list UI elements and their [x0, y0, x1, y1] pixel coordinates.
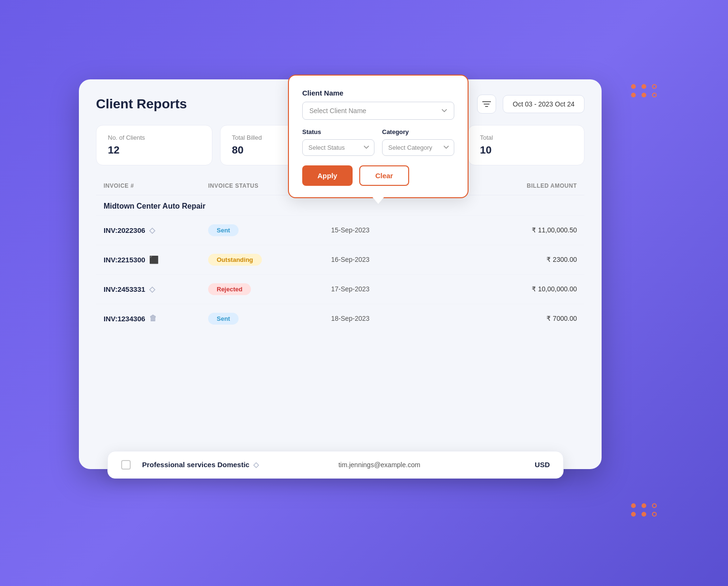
dot-5: [642, 93, 646, 97]
category-label: Category: [382, 128, 454, 135]
col-invoice: INVOICE #: [104, 183, 208, 189]
stat-clients: No. of Clients 12: [96, 125, 212, 165]
diamond-icon-2: ◇: [149, 285, 155, 294]
date-cell: 16-Sep-2023: [331, 256, 454, 263]
dot-3: [652, 84, 657, 89]
box-icon: ⬛: [149, 255, 159, 264]
status-badge-sent-2: Sent: [208, 313, 239, 325]
status-badge-rejected: Rejected: [208, 283, 251, 295]
client-name-select[interactable]: Select Client Name: [302, 102, 454, 120]
invoice-number: INV:2022306 ◇: [104, 226, 208, 235]
stat-total-value: 10: [480, 144, 573, 156]
date-cell: 18-Sep-2023: [331, 315, 454, 322]
dot-1: [631, 84, 636, 89]
table-row: INV:2215300 ⬛ Outstanding 16-Sep-2023 ₹ …: [96, 245, 584, 274]
status-select[interactable]: Select Status: [302, 139, 374, 156]
bottom-checkbox[interactable]: [121, 460, 131, 470]
popup-actions: Apply Clear: [302, 165, 454, 186]
stat-clients-label: No. of Clients: [108, 134, 201, 141]
service-diamond-icon: ◇: [253, 461, 259, 469]
table-row: INV:2022306 ◇ Sent 15-Sep-2023 ₹ 11,00,0…: [96, 215, 584, 245]
status-cell: Sent: [208, 224, 331, 236]
amount-cell: ₹ 11,00,000.50: [454, 226, 577, 234]
invoice-number: INV:2453331 ◇: [104, 285, 208, 294]
table-row: INV:1234306 🗑 Sent 18-Sep-2023 ₹ 7000.00: [96, 304, 584, 333]
bottom-currency: USD: [535, 461, 550, 469]
dot-b2: [642, 503, 646, 508]
dot-b1: [631, 503, 636, 508]
category-select[interactable]: Select Category: [382, 139, 454, 156]
status-category-row: Status Select Status Category Select Cat…: [302, 128, 454, 156]
status-badge-sent: Sent: [208, 224, 239, 236]
filter-icon: [482, 101, 491, 107]
filter-icon-button[interactable]: [477, 95, 496, 114]
col-amount: BILLED AMOUNT: [454, 183, 577, 189]
clear-button[interactable]: Clear: [359, 165, 410, 186]
date-range-badge[interactable]: Oct 03 - 2023 Oct 24: [503, 95, 584, 113]
stat-total: Total 10: [468, 125, 584, 165]
status-cell: Sent: [208, 313, 331, 325]
amount-cell: ₹ 7000.00: [454, 315, 577, 322]
date-cell: 15-Sep-2023: [331, 226, 454, 234]
status-cell: Outstanding: [208, 254, 331, 266]
trash-icon: 🗑: [149, 314, 157, 323]
apply-button[interactable]: Apply: [302, 165, 353, 186]
dot-2: [642, 84, 646, 89]
page-title: Client Reports: [96, 96, 187, 112]
dot-b4: [631, 512, 636, 517]
invoice-number: INV:1234306 🗑: [104, 314, 208, 323]
bottom-service: Professional services Domestic ◇: [142, 461, 327, 469]
amount-cell: ₹ 2300.00: [454, 256, 577, 263]
dot-b6: [652, 512, 657, 517]
diamond-icon: ◇: [149, 226, 155, 235]
stat-total-label: Total: [480, 134, 573, 141]
dot-6: [652, 93, 657, 97]
status-cell: Rejected: [208, 283, 331, 295]
stat-clients-value: 12: [108, 144, 201, 156]
date-cell: 17-Sep-2023: [331, 285, 454, 293]
status-col: Status Select Status: [302, 128, 374, 156]
decorative-dots-top: [631, 84, 659, 97]
invoice-number: INV:2215300 ⬛: [104, 255, 208, 264]
status-badge-outstanding: Outstanding: [208, 254, 262, 266]
bottom-email: tim.jennings@example.com: [338, 461, 523, 469]
table-row: INV:2453331 ◇ Rejected 17-Sep-2023 ₹ 10,…: [96, 274, 584, 304]
decorative-dots-bottom: [631, 503, 659, 517]
category-col: Category Select Category: [382, 128, 454, 156]
filter-popup: Client Name Select Client Name Status Se…: [288, 75, 469, 198]
dot-b5: [642, 512, 646, 517]
dot-b3: [652, 503, 657, 508]
client-name-label: Client Name: [302, 89, 454, 97]
header-right: Oct 03 - 2023 Oct 24: [477, 95, 584, 114]
amount-cell: ₹ 10,00,000.00: [454, 285, 577, 293]
dot-4: [631, 93, 636, 97]
bottom-card: Professional services Domestic ◇ tim.jen…: [107, 451, 564, 479]
status-label: Status: [302, 128, 374, 135]
